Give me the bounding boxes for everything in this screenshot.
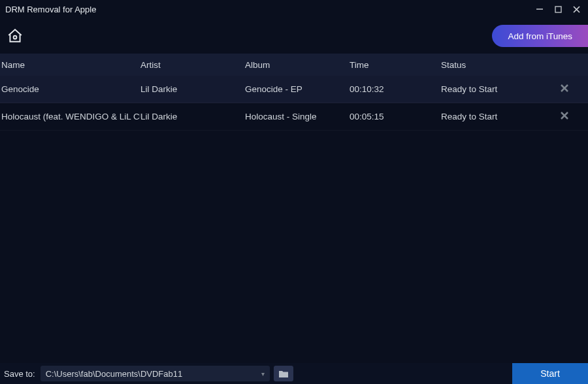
save-path-value: C:\Users\fab\Documents\DVDFab11 xyxy=(46,369,183,379)
col-artist[interactable]: Artist xyxy=(140,60,245,70)
table-body: Genocide Lil Darkie Genocide - EP 00:10:… xyxy=(0,76,588,131)
maximize-button[interactable] xyxy=(549,1,567,17)
save-to-label: Save to: xyxy=(4,369,35,379)
col-status[interactable]: Status xyxy=(441,60,542,70)
col-time[interactable]: Time xyxy=(350,60,441,70)
footer: Save to: C:\Users\fab\Documents\DVDFab11… xyxy=(0,363,588,384)
remove-row-button[interactable] xyxy=(560,84,569,95)
cell-status: Ready to Start xyxy=(441,112,542,121)
track-table: Name Artist Album Time Status Genocide L… xyxy=(0,54,588,131)
browse-folder-button[interactable] xyxy=(274,366,293,381)
cell-time: 00:05:15 xyxy=(350,112,441,121)
svg-rect-1 xyxy=(555,7,561,12)
start-button[interactable]: Start xyxy=(512,363,588,384)
save-path-input[interactable]: C:\Users\fab\Documents\DVDFab11 ▾ xyxy=(41,366,270,381)
start-button-label: Start xyxy=(540,368,560,379)
cell-name: Holocaust (feat. WENDIGO & LiL CU xyxy=(0,112,140,121)
cell-status: Ready to Start xyxy=(441,84,542,94)
remove-row-button[interactable] xyxy=(560,111,569,123)
toolbar: Add from iTunes xyxy=(0,18,588,54)
cell-album: Holocaust - Single xyxy=(245,112,350,121)
home-button[interactable] xyxy=(5,26,25,46)
svg-point-4 xyxy=(14,36,17,39)
titlebar: DRM Removal for Apple xyxy=(0,0,588,18)
cell-time: 00:10:32 xyxy=(350,84,441,94)
table-header-row: Name Artist Album Time Status xyxy=(0,54,588,76)
close-button[interactable] xyxy=(567,1,585,17)
cell-artist: Lil Darkie xyxy=(140,84,245,94)
minimize-button[interactable] xyxy=(531,1,549,17)
add-from-itunes-button[interactable]: Add from iTunes xyxy=(492,25,588,47)
app-title: DRM Removal for Apple xyxy=(5,5,96,14)
cell-name: Genocide xyxy=(0,84,140,94)
col-name[interactable]: Name xyxy=(0,60,140,70)
cell-artist: Lil Darkie xyxy=(140,112,245,121)
cell-album: Genocide - EP xyxy=(245,84,350,94)
col-album[interactable]: Album xyxy=(245,60,350,70)
table-row[interactable]: Genocide Lil Darkie Genocide - EP 00:10:… xyxy=(0,76,588,103)
table-row[interactable]: Holocaust (feat. WENDIGO & LiL CU Lil Da… xyxy=(0,103,588,131)
path-dropdown-icon[interactable]: ▾ xyxy=(261,370,265,377)
empty-area xyxy=(0,131,588,363)
add-button-label: Add from iTunes xyxy=(508,31,572,41)
